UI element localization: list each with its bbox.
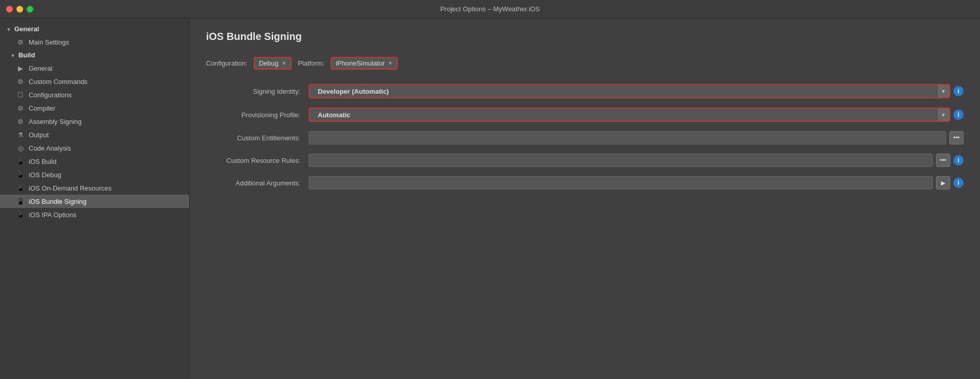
sidebar-item-main-settings[interactable]: ⚙ Main Settings	[0, 35, 189, 49]
sidebar-item-output-label: Output	[29, 131, 49, 139]
output-icon: ⚗	[16, 131, 25, 139]
config-dropdown-arrow: ▼	[281, 60, 287, 66]
custom-entitlements-row: Custom Entitlements: •••	[206, 131, 964, 144]
signing-identity-row: Signing Identity: Developer (Automatic) …	[206, 84, 964, 98]
platform-label: Platform:	[298, 59, 324, 67]
signing-identity-label: Signing Identity:	[206, 88, 309, 95]
provisioning-profile-label: Provisioning Profile:	[206, 111, 309, 119]
sidebar-item-configurations-label: Configurations	[29, 91, 72, 99]
sidebar-item-custom-commands[interactable]: ⚙ Custom Commands	[0, 75, 189, 88]
sidebar-item-ios-ipa-options[interactable]: 📱 iOS IPA Options	[0, 208, 189, 221]
platform-dropdown-arrow: ▼	[388, 60, 393, 66]
sidebar-section-general[interactable]: ▼ General	[0, 23, 189, 35]
content-area: iOS Bundle Signing Configuration: Debug …	[190, 18, 980, 379]
sidebar-item-ios-build[interactable]: 📱 iOS Build	[0, 155, 189, 168]
provisioning-profile-dropdown[interactable]: Automatic ▼	[309, 108, 950, 122]
signing-identity-info-button[interactable]: i	[953, 86, 964, 96]
custom-resource-rules-row: Custom Resource Rules: ••• i	[206, 154, 964, 167]
provisioning-profile-info-button[interactable]: i	[953, 110, 964, 120]
custom-resource-rules-info-button[interactable]: i	[953, 155, 964, 165]
custom-resource-rules-input-container: ••• i	[309, 154, 964, 167]
provisioning-profile-row: Provisioning Profile: Automatic ▼ i	[206, 108, 964, 122]
config-value: Debug	[259, 59, 278, 67]
configuration-dropdown[interactable]: Debug ▼	[254, 57, 292, 70]
page-title: iOS Bundle Signing	[206, 31, 964, 43]
signing-identity-value: Developer (Automatic)	[314, 88, 945, 95]
sidebar-item-ios-bundle-signing-label: iOS Bundle Signing	[29, 198, 87, 205]
sidebar-item-main-settings-label: Main Settings	[29, 38, 69, 46]
platform-dropdown[interactable]: iPhoneSimulator ▼	[331, 57, 398, 70]
compiler-icon: ⚙	[16, 104, 25, 112]
custom-entitlements-input-container: •••	[309, 131, 964, 144]
sidebar-item-ios-debug-label: iOS Debug	[29, 171, 62, 179]
ios-debug-icon: 📱	[16, 171, 25, 179]
sidebar-section-build[interactable]: ▼ Build	[0, 49, 189, 61]
sidebar-item-compiler-label: Compiler	[29, 104, 55, 112]
configurations-icon: ☐	[16, 91, 25, 99]
signing-identity-dropdown[interactable]: Developer (Automatic) ▼	[309, 84, 950, 98]
platform-value: iPhoneSimulator	[336, 59, 384, 67]
sidebar-item-ios-on-demand[interactable]: 📱 iOS On-Demand Resources	[0, 181, 189, 195]
additional-arguments-info-button[interactable]: i	[953, 178, 964, 188]
provisioning-profile-dropdown-arrow[interactable]: ▼	[937, 109, 949, 121]
sidebar-item-ios-build-label: iOS Build	[29, 158, 56, 165]
sidebar: ▼ General ⚙ Main Settings ▼ Build ▶ Gene…	[0, 18, 190, 379]
main-layout: ▼ General ⚙ Main Settings ▼ Build ▶ Gene…	[0, 18, 980, 379]
custom-resource-rules-label: Custom Resource Rules:	[206, 157, 309, 164]
gear-icon: ⚙	[16, 38, 25, 46]
sidebar-item-output[interactable]: ⚗ Output	[0, 128, 189, 141]
additional-arguments-input-container: ▶ i	[309, 176, 964, 190]
ios-build-icon: 📱	[16, 157, 25, 165]
assembly-signing-icon: ⚙	[16, 117, 25, 125]
ios-ipa-options-icon: 📱	[16, 210, 25, 219]
window-title: Project Options – MyWeather.iOS	[440, 5, 540, 13]
sidebar-item-ios-debug[interactable]: 📱 iOS Debug	[0, 168, 189, 181]
sidebar-item-ios-on-demand-label: iOS On-Demand Resources	[29, 184, 112, 192]
sidebar-item-build-general[interactable]: ▶ General	[0, 61, 189, 75]
sidebar-item-configurations[interactable]: ☐ Configurations	[0, 88, 189, 101]
ios-on-demand-icon: 📱	[16, 184, 25, 192]
code-analysis-icon: ◎	[16, 144, 25, 152]
custom-resource-rules-browse-button[interactable]: •••	[936, 154, 950, 167]
config-label: Configuration:	[206, 59, 248, 67]
custom-entitlements-label: Custom Entitlements:	[206, 134, 309, 142]
additional-arguments-label: Additional Arguments:	[206, 179, 309, 187]
signing-identity-input-container: Developer (Automatic) ▼ i	[309, 84, 964, 98]
sidebar-item-code-analysis-label: Code Analysis	[29, 144, 71, 152]
sidebar-item-ios-ipa-options-label: iOS IPA Options	[29, 211, 76, 219]
sidebar-item-custom-commands-label: Custom Commands	[29, 78, 88, 86]
additional-arguments-run-button[interactable]: ▶	[936, 176, 950, 190]
triangle-right-icon: ▶	[16, 64, 25, 72]
custom-resource-rules-input[interactable]	[309, 154, 933, 167]
signing-identity-dropdown-arrow[interactable]: ▼	[937, 85, 949, 97]
window-controls	[6, 6, 33, 12]
provisioning-profile-input-container: Automatic ▼ i	[309, 108, 964, 122]
maximize-button[interactable]	[27, 6, 33, 12]
sidebar-section-general-label: General	[14, 25, 39, 33]
sidebar-item-assembly-signing[interactable]: ⚙ Assembly Signing	[0, 115, 189, 128]
ios-bundle-signing-icon: 📱	[16, 197, 25, 205]
minimize-button[interactable]	[16, 6, 23, 12]
sidebar-item-build-general-label: General	[29, 65, 52, 72]
close-button[interactable]	[6, 6, 13, 12]
sidebar-item-ios-bundle-signing[interactable]: 📱 iOS Bundle Signing	[0, 195, 189, 208]
triangle-down-icon-build: ▼	[10, 51, 15, 59]
sidebar-item-compiler[interactable]: ⚙ Compiler	[0, 101, 189, 115]
additional-arguments-row: Additional Arguments: ▶ i	[206, 176, 964, 190]
custom-entitlements-browse-button[interactable]: •••	[949, 131, 964, 144]
additional-arguments-input[interactable]	[309, 176, 933, 190]
sidebar-item-assembly-signing-label: Assembly Signing	[29, 118, 81, 125]
provisioning-profile-value: Automatic	[314, 111, 945, 119]
custom-entitlements-input[interactable]	[309, 131, 946, 144]
sidebar-item-code-analysis[interactable]: ◎ Code Analysis	[0, 141, 189, 155]
title-bar: Project Options – MyWeather.iOS	[0, 0, 980, 18]
sidebar-section-build-label: Build	[18, 51, 35, 59]
config-platform-row: Configuration: Debug ▼ Platform: iPhoneS…	[206, 57, 964, 70]
triangle-down-icon: ▼	[6, 25, 11, 33]
custom-commands-gear-icon: ⚙	[16, 77, 25, 86]
